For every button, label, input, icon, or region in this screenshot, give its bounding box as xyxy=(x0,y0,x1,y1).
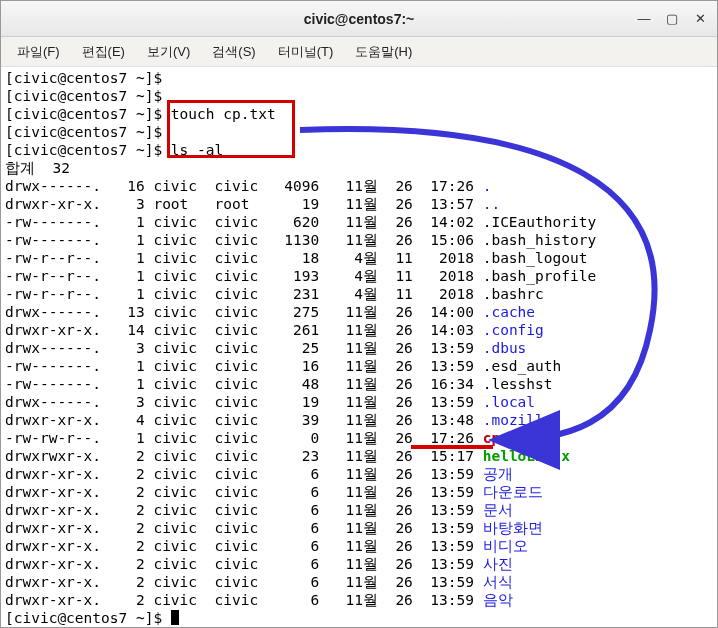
terminal-line: drwx------. 3 civic civic 25 11월 26 13:5… xyxy=(5,339,713,357)
terminal-line: -rw-r--r--. 1 civic civic 231 4월 11 2018… xyxy=(5,285,713,303)
menu-file[interactable]: 파일(F) xyxy=(7,39,70,65)
terminal-line: [civic@centos7 ~]$ xyxy=(5,609,713,627)
terminal-line: -rw-r--r--. 1 civic civic 18 4월 11 2018 … xyxy=(5,249,713,267)
terminal-line: drwxr-xr-x. 2 civic civic 6 11월 26 13:59… xyxy=(5,519,713,537)
maximize-button[interactable]: ▢ xyxy=(661,7,683,29)
terminal-line: -rw-rw-r--. 1 civic civic 0 11월 26 17:26… xyxy=(5,429,713,447)
terminal-line: drwxr-xr-x. 2 civic civic 6 11월 26 13:59… xyxy=(5,483,713,501)
window-title: civic@centos7:~ xyxy=(304,11,415,27)
menu-bar: 파일(F) 편집(E) 보기(V) 검색(S) 터미널(T) 도움말(H) xyxy=(1,37,717,67)
terminal-line: -rw-------. 1 civic civic 48 11월 26 16:3… xyxy=(5,375,713,393)
close-button[interactable]: ✕ xyxy=(689,7,711,29)
terminal-line: -rw-------. 1 civic civic 620 11월 26 14:… xyxy=(5,213,713,231)
terminal-line: drwxr-xr-x. 2 civic civic 6 11월 26 13:59… xyxy=(5,555,713,573)
terminal-line: [civic@centos7 ~]$ touch cp.txt xyxy=(5,105,713,123)
terminal-line: [civic@centos7 ~]$ ls -al xyxy=(5,141,713,159)
terminal-line: [civic@centos7 ~]$ xyxy=(5,87,713,105)
menu-help[interactable]: 도움말(H) xyxy=(345,39,422,65)
terminal-line: drwx------. 16 civic civic 4096 11월 26 1… xyxy=(5,177,713,195)
terminal-line: drwx------. 3 civic civic 19 11월 26 13:5… xyxy=(5,393,713,411)
menu-view[interactable]: 보기(V) xyxy=(137,39,200,65)
terminal-line: -rw-r--r--. 1 civic civic 193 4월 11 2018… xyxy=(5,267,713,285)
title-bar: civic@centos7:~ — ▢ ✕ xyxy=(1,1,717,37)
terminal-line: drwxr-xr-x. 2 civic civic 6 11월 26 13:59… xyxy=(5,573,713,591)
terminal-output[interactable]: [civic@centos7 ~]$ [civic@centos7 ~]$ [c… xyxy=(1,67,717,627)
terminal-line: drwxr-xr-x. 2 civic civic 6 11월 26 13:59… xyxy=(5,501,713,519)
menu-edit[interactable]: 편집(E) xyxy=(72,39,135,65)
window-controls: — ▢ ✕ xyxy=(633,7,711,29)
menu-terminal[interactable]: 터미널(T) xyxy=(268,39,344,65)
terminal-line: -rw-------. 1 civic civic 1130 11월 26 15… xyxy=(5,231,713,249)
terminal-line: drwxrwxr-x. 2 civic civic 23 11월 26 15:1… xyxy=(5,447,713,465)
terminal-line: drwx------. 13 civic civic 275 11월 26 14… xyxy=(5,303,713,321)
terminal-line: -rw-------. 1 civic civic 16 11월 26 13:5… xyxy=(5,357,713,375)
terminal-line: drwxr-xr-x. 4 civic civic 39 11월 26 13:4… xyxy=(5,411,713,429)
terminal-line: [civic@centos7 ~]$ xyxy=(5,69,713,87)
menu-search[interactable]: 검색(S) xyxy=(202,39,265,65)
terminal-line: drwxr-xr-x. 14 civic civic 261 11월 26 14… xyxy=(5,321,713,339)
terminal-line: drwxr-xr-x. 2 civic civic 6 11월 26 13:59… xyxy=(5,465,713,483)
minimize-button[interactable]: — xyxy=(633,7,655,29)
terminal-line: drwxr-xr-x. 2 civic civic 6 11월 26 13:59… xyxy=(5,537,713,555)
terminal-line: drwxr-xr-x. 3 root root 19 11월 26 13:57 … xyxy=(5,195,713,213)
cursor xyxy=(171,610,179,625)
terminal-line: [civic@centos7 ~]$ xyxy=(5,123,713,141)
terminal-line: 합계 32 xyxy=(5,159,713,177)
terminal-window: civic@centos7:~ — ▢ ✕ 파일(F) 편집(E) 보기(V) … xyxy=(0,0,718,628)
terminal-line: drwxr-xr-x. 2 civic civic 6 11월 26 13:59… xyxy=(5,591,713,609)
